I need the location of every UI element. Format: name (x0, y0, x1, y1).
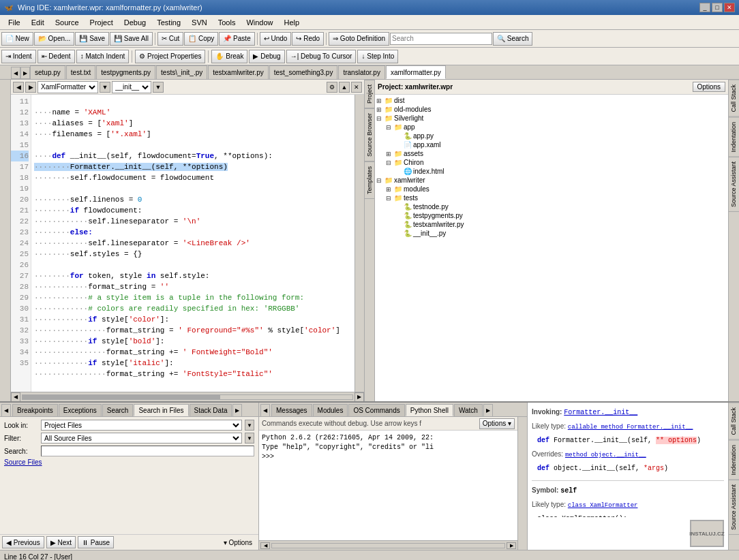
tree-item-old-modules[interactable]: ⊞ 📁 old-modules (376, 105, 727, 114)
nav-forward-button[interactable]: ▶ (25, 82, 36, 93)
filter-dropdown-btn[interactable]: ▼ (245, 433, 254, 444)
hscroll-right[interactable]: ▶ (355, 392, 364, 402)
sa-likely-type-link[interactable]: callable method Formatter.__init__ (568, 424, 693, 431)
menu-testing[interactable]: Testing (151, 17, 186, 28)
vert-tab-source-browser[interactable]: Source Browser (365, 108, 374, 161)
tab-testpygments-py[interactable]: testpygments.py (96, 65, 155, 79)
paste-button[interactable]: 📌 Paste (219, 32, 254, 46)
code-scrollbar[interactable] (355, 95, 364, 392)
tab-testxamlwriter-py[interactable]: testxamlwriter.py (208, 65, 268, 79)
python-output[interactable]: Python 2.6.2 (r262:71605, Apr 14 2009, 2… (259, 431, 517, 540)
expand-icon[interactable]: ⊟ (376, 177, 384, 184)
bl-tab-stack-data[interactable]: Stack Data (190, 404, 232, 416)
tab-scroll-left[interactable]: ◀ (11, 67, 20, 79)
pause-button[interactable]: ⏸ Pause (78, 536, 114, 548)
tab-tests-init-py[interactable]: tests\_init_.py (156, 65, 207, 79)
expand-icon[interactable]: ⊟ (376, 115, 384, 122)
search-in-files-input[interactable] (41, 446, 254, 456)
sa-symbol-likely-link[interactable]: class XamlFormatter (568, 502, 638, 509)
editor-settings-button[interactable]: ⚙ (327, 82, 337, 93)
new-button[interactable]: 📄 New (1, 32, 33, 46)
menu-tools[interactable]: Tools (213, 17, 241, 28)
expand-icon[interactable]: ⊟ (386, 159, 394, 166)
menu-edit[interactable]: Edit (26, 17, 50, 28)
method-dropdown-arrow[interactable]: ▼ (153, 82, 164, 93)
filter-select[interactable]: All Source Files (41, 433, 242, 444)
match-indent-button[interactable]: ↕ Match Indent (76, 50, 130, 63)
tree-item-index-html[interactable]: 🌐 index.html (376, 167, 727, 176)
expand-icon[interactable]: ⊞ (386, 151, 394, 157)
maximize-button[interactable]: □ (712, 3, 723, 12)
br-tab-scroll-left[interactable]: ◀ (260, 404, 270, 416)
sa-overrides-link[interactable]: method object.__init__ (565, 452, 646, 458)
br-tab-modules[interactable]: Modules (313, 404, 348, 416)
br-tab-watch[interactable]: Watch (454, 404, 483, 416)
title-bar-controls[interactable]: _ □ ✕ (699, 3, 735, 12)
break-button[interactable]: ✋ Break (211, 50, 247, 63)
vert-tab-call-stack[interactable]: Call Stack (729, 80, 739, 117)
copy-button[interactable]: 📋 Copy (184, 32, 218, 46)
redo-button[interactable]: ↪ Redo (292, 32, 324, 46)
next-button[interactable]: ▶ Next (46, 536, 76, 548)
debug-to-cursor-button[interactable]: →| Debug To Cursor (286, 50, 357, 63)
tree-item-tests[interactable]: ⊟ 📁 tests (376, 193, 727, 202)
tab-scroll-right[interactable]: ▶ (20, 67, 30, 79)
tree-item-testpygments-py[interactable]: 🐍 testpygments.py (376, 211, 727, 220)
menu-source[interactable]: Source (50, 17, 85, 28)
sa-invoking-link[interactable]: Formatter.__init__ (564, 409, 637, 416)
look-in-select[interactable]: Project Files (41, 420, 242, 431)
hscroll-left[interactable]: ◀ (11, 392, 20, 402)
tree-item-modules[interactable]: ⊞ 📁 modules (376, 185, 727, 193)
save-button[interactable]: 💾 Save (75, 32, 109, 46)
bl-tab-exceptions[interactable]: Exceptions (59, 404, 102, 416)
dedent-button[interactable]: ⇤ Dedent (37, 50, 75, 63)
tree-item-silverlight[interactable]: ⊟ 📁 Silverlight (376, 114, 727, 123)
menu-project[interactable]: Project (85, 17, 119, 28)
expand-icon[interactable]: ⊟ (386, 195, 394, 202)
br-tab-python-shell[interactable]: Python Shell (406, 404, 453, 416)
tree-item-xamlwriter[interactable]: ⊟ 📁 xamlwriter (376, 176, 727, 185)
editor-expand-button[interactable]: ▲ (339, 82, 350, 93)
br-tab-messages[interactable]: Messages (271, 404, 312, 416)
cut-button[interactable]: ✂ Cut (157, 32, 183, 46)
tree-item-app[interactable]: ⊟ 📁 app (376, 123, 727, 131)
tree-item-testxamlwriter-py[interactable]: 🐍 testxamlwriter.py (376, 220, 727, 229)
py-hscroll-left[interactable]: ◀ (260, 542, 270, 549)
tree-item-dist[interactable]: ⊞ 📁 dist (376, 96, 727, 105)
menu-help[interactable]: Help (279, 17, 305, 28)
python-options-button[interactable]: Options ▾ (479, 418, 515, 429)
class-dropdown-arrow[interactable]: ▼ (100, 82, 110, 93)
bl-tab-scroll-right[interactable]: ▶ (232, 404, 242, 416)
hscroll-thumb[interactable] (22, 395, 220, 399)
py-hscroll-track[interactable] (271, 543, 505, 548)
editor-hscroll[interactable]: ◀ ▶ (11, 392, 364, 401)
tree-item-chiron[interactable]: ⊟ 📁 Chiron (376, 158, 727, 167)
vert-tab-source-assistant-bottom[interactable]: Source Assistant (729, 480, 739, 535)
editor-close-button[interactable]: ✕ (351, 82, 362, 93)
tab-setup-py[interactable]: setup.py (30, 65, 65, 79)
goto-definition-button[interactable]: ⇒ Goto Definition (329, 32, 389, 46)
expand-icon[interactable]: ⊞ (376, 106, 384, 113)
minimize-button[interactable]: _ (699, 3, 710, 12)
vert-tab-templates[interactable]: Templates (365, 161, 374, 199)
method-dropdown[interactable]: __init__ (112, 81, 151, 93)
search-input[interactable] (390, 33, 492, 45)
hscroll-track[interactable] (22, 394, 353, 400)
open-button[interactable]: 📂 Open... (34, 32, 75, 46)
tree-item-assets[interactable]: ⊞ 📁 assets (376, 149, 727, 158)
previous-button[interactable]: ◀ Previous (2, 536, 44, 548)
python-vscroll[interactable] (517, 417, 527, 550)
source-files-link[interactable]: Source Files (4, 458, 254, 466)
vert-tab-project[interactable]: Project (365, 80, 374, 108)
options-dropdown[interactable]: ▾ Options (220, 538, 256, 548)
search-button[interactable]: 🔍 Search (493, 32, 532, 46)
indent-button[interactable]: ⇥ Indent (1, 50, 36, 63)
tree-item-app-xaml[interactable]: 📄 app.xaml (376, 140, 727, 149)
tree-item-init-py[interactable]: 🐍 __init__.py (376, 229, 727, 238)
step-into-button[interactable]: ↓ Step Into (357, 50, 398, 63)
tree-item-testnode-py[interactable]: 🐍 testnode.py (376, 202, 727, 211)
tab-translator-py[interactable]: translator.py (338, 65, 384, 79)
py-hscroll[interactable]: ◀ ▶ (259, 540, 517, 550)
code-content[interactable]: ····name = 'XAML' ····aliases = ['xaml']… (31, 95, 355, 392)
bl-tab-breakpoints[interactable]: Breakpoints (12, 404, 58, 416)
